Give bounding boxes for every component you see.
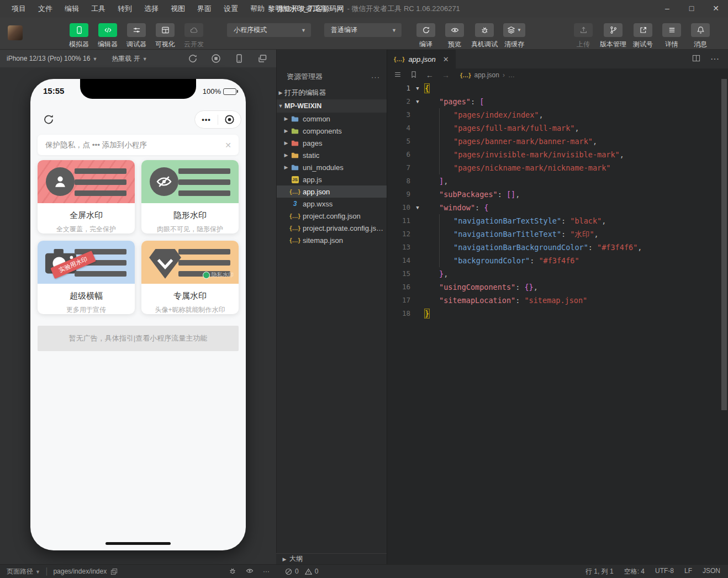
maximize-button[interactable]: □ — [679, 0, 704, 18]
action-clear-cache-label: 清缓存 — [504, 40, 524, 49]
menu-view[interactable]: 视图 — [165, 0, 191, 18]
multi-window-icon[interactable] — [257, 54, 267, 63]
panel-toggle-group: 模拟器编辑器调试器可视化云开发 — [65, 23, 208, 49]
tree-item-app.json[interactable]: {…}app.json — [277, 185, 387, 198]
tree-item-uni_modules[interactable]: ▶uni_modules — [277, 161, 387, 173]
status-cursor-position[interactable]: 行 1, 列 1 — [585, 567, 614, 576]
refresh-icon[interactable] — [42, 113, 55, 126]
status-time: 15:55 — [43, 86, 64, 96]
menu-selection[interactable]: 选择 — [138, 0, 165, 18]
user-avatar[interactable] — [8, 25, 23, 40]
hot-reload-toggle[interactable]: 热重载 开▼ — [112, 54, 147, 63]
more-actions-icon[interactable]: ··· — [710, 54, 719, 64]
indent-guide — [439, 161, 440, 174]
fold-chevron-icon[interactable]: ▼ — [410, 201, 425, 214]
menu-project[interactable]: 项目 — [6, 0, 32, 18]
split-editor-icon[interactable] — [692, 54, 700, 65]
device-selector[interactable]: iPhone 12/13 (Pro) 100% 16▼ — [7, 55, 97, 62]
list-icon — [668, 26, 676, 34]
menu-edit[interactable]: 编辑 — [59, 0, 85, 18]
more-menu-button[interactable]: ••• — [195, 115, 218, 124]
tree-item-app.wxss[interactable]: 3app.wxss — [277, 198, 387, 210]
toggle-debugger[interactable]: 调试器 — [124, 23, 149, 49]
code-area[interactable]: 1▼{2▼"pages": [3"pages/index/index",4"pa… — [387, 82, 720, 564]
explorer-section-mp-weixin-root[interactable]: ▼MP-WEIXIN — [277, 99, 387, 113]
tree-item-project.config.json[interactable]: {…}project.config.json — [277, 210, 387, 222]
action-clear-cache[interactable]: ▼清缓存 — [502, 23, 526, 49]
menu-help[interactable]: 帮助 — [244, 0, 271, 18]
status-indentation[interactable]: 空格: 4 — [624, 567, 645, 576]
file-name: app.js — [303, 176, 322, 184]
preview-eye-icon[interactable] — [246, 567, 254, 576]
card-full-screen-watermark[interactable]: 全屏水印全文覆盖，完全保护 — [38, 160, 135, 234]
back-icon[interactable]: ← — [426, 71, 434, 79]
card-super-banner[interactable]: 实验用水印超级横幅更多用于宣传 — [38, 241, 135, 314]
action-test-account[interactable]: 测试号 — [631, 23, 655, 49]
outline-list-icon[interactable] — [394, 71, 402, 80]
menu-goto[interactable]: 转到 — [112, 0, 138, 18]
warnings-icon — [305, 568, 312, 575]
toggle-simulator[interactable]: 模拟器 — [67, 23, 91, 49]
toggle-editor[interactable]: 编辑器 — [96, 23, 120, 49]
status-encoding[interactable]: UTF-8 — [655, 567, 674, 576]
fold-chevron-icon[interactable]: ▼ — [410, 82, 425, 95]
eye-icon — [451, 26, 459, 34]
action-compile[interactable]: 编译 — [414, 23, 438, 49]
tree-item-pages[interactable]: ▶pages — [277, 137, 387, 149]
file-name: sitemap.json — [303, 236, 343, 245]
mode-select[interactable]: 小程序模式 ▼ — [227, 23, 311, 37]
fold-gutter — [410, 135, 425, 148]
toggle-visualization[interactable]: 可视化 — [153, 23, 177, 49]
close-icon[interactable]: ✕ — [225, 141, 231, 150]
device-frame-icon[interactable] — [234, 54, 244, 63]
compile-mode-select[interactable]: 普通编译 ▼ — [324, 23, 402, 37]
tree-item-sitemap.json[interactable]: {…}sitemap.json — [277, 234, 387, 246]
card-title: 全屏水印 — [38, 210, 135, 221]
card-invisible-watermark[interactable]: 隐形水印肉眼不可见，隐形保护 — [141, 160, 239, 234]
tab-app-json[interactable]: {…} app.json ✕ — [387, 50, 456, 68]
toggle-cloud-dev[interactable]: 云开发 — [182, 23, 206, 49]
menu-settings[interactable]: 设置 — [218, 0, 244, 18]
more-actions-icon[interactable]: ··· — [371, 73, 380, 81]
outline-section[interactable]: ▶ 大纲 — [276, 553, 387, 564]
forward-icon[interactable]: → — [442, 71, 450, 79]
action-upload[interactable]: 上传 — [571, 23, 595, 49]
action-version-control[interactable]: 版本管理 — [600, 23, 626, 49]
breadcrumb-path[interactable]: {…} app.json › … — [460, 71, 515, 79]
rotate-icon[interactable] — [188, 54, 198, 63]
file-name: components — [303, 127, 342, 135]
line-number: 13 — [387, 241, 410, 254]
action-messages[interactable]: 消息 — [688, 23, 713, 49]
copy-icon[interactable] — [110, 568, 118, 575]
line-number: 15 — [387, 267, 410, 280]
page-path-value[interactable]: pages/index/index — [53, 568, 107, 575]
action-device-debug[interactable]: 真机调试 — [471, 23, 498, 49]
action-details[interactable]: 详情 — [660, 23, 684, 49]
fold-chevron-icon[interactable]: ▼ — [410, 95, 425, 108]
close-capsule-button[interactable] — [218, 114, 241, 125]
tree-item-components[interactable]: ▶components — [277, 125, 387, 137]
bookmark-icon[interactable] — [410, 71, 418, 80]
close-button[interactable]: ✕ — [704, 0, 728, 18]
menu-file[interactable]: 文件 — [32, 0, 59, 18]
status-language-mode[interactable]: JSON — [703, 567, 720, 576]
minimize-button[interactable]: – — [655, 0, 679, 18]
scrollbar-thumb[interactable] — [721, 79, 727, 410]
action-preview[interactable]: 预览 — [442, 23, 467, 49]
line-number: 16 — [387, 280, 410, 294]
tree-item-app.js[interactable]: JSapp.js — [277, 173, 387, 185]
menu-interface[interactable]: 界面 — [191, 0, 218, 18]
card-exclusive-watermark[interactable]: 隐私水印专属水印头像+昵称就能制作水印 — [141, 241, 239, 314]
status-eol[interactable]: LF — [684, 567, 692, 576]
explorer-section-open-editors[interactable]: ▶打开的编辑器 — [277, 86, 387, 99]
menu-tools[interactable]: 工具 — [85, 0, 112, 18]
tree-item-common[interactable]: ▶common — [277, 113, 387, 125]
record-icon[interactable] — [211, 54, 221, 63]
close-tab-icon[interactable]: ✕ — [443, 55, 449, 63]
vconsole-bug-icon[interactable] — [229, 567, 236, 576]
more-actions-icon[interactable]: ··· — [263, 568, 270, 575]
tree-item-project.private.config.js[interactable]: {…}project.private.config.js… — [277, 222, 387, 234]
tree-item-static[interactable]: ▶static — [277, 149, 387, 161]
problems-indicator[interactable]: 0 0 — [285, 568, 318, 575]
page-path-selector[interactable]: 页面路径▼ — [7, 567, 40, 576]
